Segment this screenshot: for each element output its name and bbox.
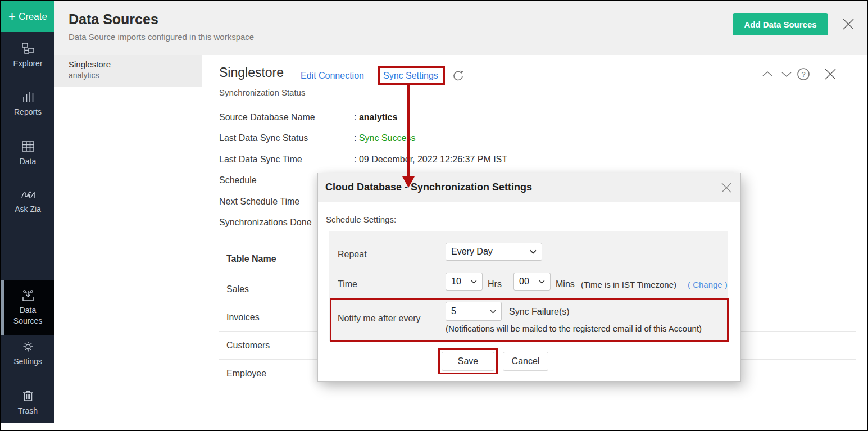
table-row[interactable]: Sales <box>226 284 249 294</box>
page-subtitle: Data Source imports configured in this w… <box>69 32 254 42</box>
sidebar-item-label: Explorer <box>1 58 54 69</box>
notify-label: Notify me after every <box>338 314 421 324</box>
sync-settings-link[interactable]: Sync Settings <box>383 71 438 81</box>
table-row[interactable]: Customers <box>226 341 270 351</box>
notify-count-select[interactable]: 5 <box>446 302 502 321</box>
field-label: Last Data Sync Status <box>219 133 308 143</box>
plus-icon: + <box>8 11 16 23</box>
add-data-sources-button[interactable]: Add Data Sources <box>733 13 828 35</box>
field-label: Last Data Sync Time <box>219 155 302 165</box>
close-detail-icon[interactable] <box>824 67 837 83</box>
hours-select-value: 10 <box>451 276 461 287</box>
sidebar-item-label: Ask Zia <box>1 204 54 215</box>
sidebar: + Create Explorer Reports <box>1 1 54 423</box>
table-row[interactable]: Invoices <box>226 312 260 323</box>
sidebar-item-label: Data <box>1 156 54 167</box>
chevron-down-icon <box>471 280 477 284</box>
repeat-select-value: Every Day <box>451 247 493 257</box>
chevron-down-icon <box>530 249 537 254</box>
minutes-select-value: 00 <box>519 276 529 287</box>
time-label: Time <box>338 279 357 289</box>
minutes-select[interactable]: 00 <box>513 273 551 291</box>
sidebar-item-label: Reports <box>1 107 54 117</box>
collapse-down-icon[interactable] <box>780 67 793 83</box>
table-name-column-header: Table Name <box>226 254 276 264</box>
minutes-unit-label: Mins <box>556 279 575 289</box>
colon: : <box>354 133 356 143</box>
chevron-down-icon <box>490 310 496 314</box>
source-name: Singlestore <box>69 60 202 69</box>
hours-select[interactable]: 10 <box>446 273 483 291</box>
chevron-down-icon <box>539 280 545 284</box>
explorer-icon <box>21 42 35 56</box>
data-table-icon <box>21 139 35 154</box>
field-label: Synchronizations Done <box>219 217 312 228</box>
notify-note: (Notifications will be mailed to the reg… <box>446 324 702 333</box>
sidebar-item-label: Settings <box>1 356 54 367</box>
edit-connection-link[interactable]: Edit Connection <box>301 71 364 81</box>
modal-header: Cloud Database - Synchronization Setting… <box>318 173 740 202</box>
create-button-label: Create <box>19 11 47 22</box>
sidebar-item-reports[interactable]: Reports <box>1 90 54 117</box>
close-icon[interactable] <box>841 17 856 31</box>
colon: : <box>354 155 356 164</box>
table-row-divider <box>219 388 856 388</box>
field-label: Next Schedule Time <box>219 197 299 207</box>
sidebar-item-label: Data Sources <box>1 305 54 326</box>
connection-title: Singlestore <box>219 65 284 80</box>
ask-zia-icon <box>20 188 36 202</box>
reports-icon <box>21 90 35 105</box>
modal-title: Cloud Database - Synchronization Setting… <box>325 182 532 193</box>
table-row[interactable]: Employee <box>226 369 266 379</box>
sidebar-item-data[interactable]: Data <box>1 139 54 167</box>
sidebar-item-explorer[interactable]: Explorer <box>1 42 54 69</box>
notify-count-value: 5 <box>451 306 456 316</box>
data-sources-icon <box>20 288 36 303</box>
sidebar-item-trash[interactable]: Trash <box>1 389 54 416</box>
sidebar-item-label: Trash <box>1 406 54 416</box>
field-value: Sync Success <box>359 133 415 143</box>
sidebar-item-settings[interactable]: Settings <box>1 339 54 367</box>
modal-close-icon[interactable] <box>720 182 733 194</box>
active-item-accent <box>1 280 4 335</box>
gear-icon <box>21 339 35 354</box>
collapse-up-icon[interactable] <box>761 67 774 83</box>
help-icon[interactable]: ? <box>797 67 810 83</box>
source-list-panel: Singlestore analytics <box>54 55 202 423</box>
field-label: Source Database Name <box>219 112 315 123</box>
refresh-icon[interactable] <box>452 69 465 83</box>
app-window: + Create Explorer Reports <box>0 0 868 431</box>
repeat-label: Repeat <box>338 249 367 260</box>
create-button[interactable]: + Create <box>1 1 54 32</box>
notify-unit-label: Sync Failure(s) <box>509 307 570 317</box>
colon: : <box>354 112 356 122</box>
trash-icon <box>21 389 35 403</box>
source-database: analytics <box>69 71 202 80</box>
change-timezone-link[interactable]: ( Change ) <box>688 280 728 289</box>
page-title: Data Sources <box>69 11 158 28</box>
page-header: Data Sources Data Source imports configu… <box>54 1 868 55</box>
svg-text:?: ? <box>801 70 805 79</box>
cancel-button[interactable]: Cancel <box>503 352 548 371</box>
repeat-select[interactable]: Every Day <box>446 243 542 261</box>
sidebar-item-data-sources[interactable]: Data Sources <box>1 280 54 335</box>
field-label: Schedule <box>219 175 257 185</box>
sync-settings-modal: Cloud Database - Synchronization Setting… <box>317 173 741 382</box>
source-list-item-singlestore[interactable]: Singlestore analytics <box>54 55 202 87</box>
field-value: 09 December, 2022 12:26:37 PM IST <box>359 155 507 164</box>
sidebar-item-ask-zia[interactable]: Ask Zia <box>1 188 54 215</box>
hours-unit-label: Hrs <box>488 279 502 289</box>
timezone-note: (Time is in IST Timezone) <box>581 280 676 289</box>
sync-status-section-title: Synchronization Status <box>219 88 305 97</box>
schedule-settings-label: Schedule Settings: <box>326 215 396 224</box>
save-button[interactable]: Save <box>442 352 494 371</box>
field-value: analytics <box>359 112 397 122</box>
